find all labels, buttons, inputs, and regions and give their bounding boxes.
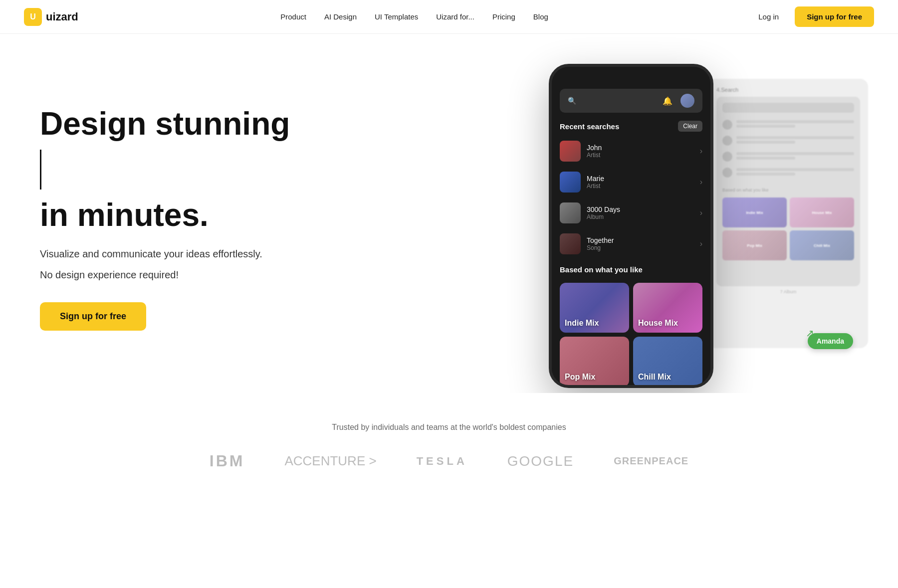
logos-row: IBM accenture > TESLA Google GREENPEACE — [40, 452, 858, 470]
trusted-text: Trusted by individuals and teams at the … — [40, 423, 858, 432]
music-grid: Indie Mix House Mix Pop Mix Chill Mix — [552, 283, 710, 387]
music-card-house[interactable]: House Mix — [633, 283, 702, 333]
bg-mini-card-indie-label: Indie Mix — [746, 210, 763, 215]
phone-mockup: 🔍 🔔 Recent searches Clear John Artist › — [549, 64, 713, 388]
logo-icon: U — [24, 8, 42, 26]
result-chevron-days: › — [700, 208, 702, 217]
bg-mini-card-indie: Indie Mix — [722, 197, 787, 227]
recent-header: Recent searches Clear — [552, 121, 710, 136]
bg-mini-avatar-1 — [722, 120, 732, 130]
bg-mini-line-4 — [736, 168, 854, 171]
bg-mini-search — [722, 103, 854, 113]
logo-text: uizard — [46, 10, 78, 23]
bg-mini-line-short-3 — [736, 157, 795, 160]
result-thumb-marie — [560, 172, 581, 193]
bg-mini-card-chill: Chill Mix — [790, 230, 854, 260]
bg-mini-card-pop-label: Pop Mix — [747, 243, 762, 248]
recent-searches-title: Recent searches — [560, 122, 619, 131]
nav-link-ui-templates[interactable]: UI Templates — [375, 12, 418, 21]
result-name-marie: Marie — [587, 175, 700, 183]
login-button[interactable]: Log in — [750, 8, 787, 25]
result-name-together: Together — [587, 236, 700, 244]
search-result-marie[interactable]: Marie Artist › — [552, 167, 710, 197]
result-text-together: Together Song — [587, 236, 700, 251]
phone-status-bar — [552, 77, 710, 85]
nav-actions: Log in Sign up for free — [750, 6, 874, 27]
bg-mini-line — [736, 120, 854, 123]
bg-mini-section-label: Based on what you like — [722, 188, 854, 193]
result-chevron-john: › — [700, 147, 702, 156]
bg-mini-line-short-4 — [736, 173, 795, 176]
based-section: Based on what you like — [552, 259, 710, 283]
trusted-section: Trusted by individuals and teams at the … — [0, 393, 898, 500]
logo-tesla: TESLA — [417, 455, 467, 468]
music-label-indie: Indie Mix — [565, 319, 599, 328]
result-name-days: 3000 Days — [587, 205, 700, 213]
bg-mini-card-pop: Pop Mix — [722, 230, 787, 260]
hero-title-line1: Design stunning — [40, 106, 290, 141]
bg-bottom-label: 7 Album — [716, 289, 860, 294]
nav-links: Product AI Design UI Templates Uizard fo… — [280, 12, 548, 21]
cursor-icon: ↗ — [806, 327, 814, 339]
result-type-john: Artist — [587, 152, 700, 159]
result-text-days: 3000 Days Album — [587, 205, 700, 220]
phone-bell-icon: 🔔 — [663, 96, 673, 106]
music-label-pop: Pop Mix — [565, 373, 595, 382]
bg-mini-grid: Indie Mix House Mix Pop Mix Chill Mix — [722, 197, 854, 260]
nav-link-uizard-for[interactable]: Uizard for... — [436, 12, 474, 21]
music-label-house: House Mix — [638, 319, 678, 328]
result-thumb-john — [560, 141, 581, 162]
cursor-tooltip: Amanda — [808, 333, 853, 349]
result-type-marie: Artist — [587, 183, 700, 190]
search-result-john[interactable]: John Artist › — [552, 136, 710, 167]
hero-divider — [40, 150, 41, 190]
logo-accenture: accenture > — [284, 453, 376, 469]
nav-link-ai-design[interactable]: AI Design — [324, 12, 357, 21]
result-type-days: Album — [587, 213, 700, 220]
logo-google: Google — [507, 453, 574, 469]
nav-link-blog[interactable]: Blog — [533, 12, 548, 21]
phone-search-icon: 🔍 — [568, 97, 576, 105]
logo-greenpeace: GREENPEACE — [614, 455, 688, 467]
signup-button-hero[interactable]: Sign up for free — [40, 302, 146, 331]
logo[interactable]: U uizard — [24, 8, 78, 26]
bg-mini-line-short-2 — [736, 141, 795, 144]
nav-link-product[interactable]: Product — [280, 12, 306, 21]
phone-search-bar[interactable]: 🔍 🔔 — [560, 89, 702, 113]
nav-link-pricing[interactable]: Pricing — [492, 12, 515, 21]
bg-mini-line-short — [736, 125, 795, 128]
bg-mini-line-3 — [736, 152, 854, 155]
bg-mini-card-house-label: House Mix — [812, 210, 832, 215]
hero-content: Design stunning in minutes. Visualize an… — [40, 106, 290, 331]
hero-description-2: No design experience required! — [40, 267, 290, 282]
hero-description-1: Visualize and communicate your ideas eff… — [40, 246, 290, 261]
bg-mini-card-house: House Mix — [790, 197, 854, 227]
result-name-john: John — [587, 144, 700, 152]
hero-visual: 4.Search — [509, 64, 858, 373]
based-title: Based on what you like — [560, 265, 702, 274]
result-chevron-together: › — [700, 239, 702, 248]
search-result-together[interactable]: Together Song › — [552, 228, 710, 259]
logo-ibm: IBM — [210, 452, 245, 470]
navbar: U uizard Product AI Design UI Templates … — [0, 0, 898, 34]
result-thumb-days — [560, 202, 581, 223]
result-type-together: Song — [587, 244, 700, 251]
clear-button[interactable]: Clear — [678, 121, 702, 132]
hero-title-line2: in minutes. — [40, 197, 290, 232]
bg-mini-avatar-4 — [722, 168, 732, 178]
search-result-days[interactable]: 3000 Days Album › — [552, 197, 710, 228]
result-chevron-marie: › — [700, 178, 702, 187]
bg-mini-avatar-3 — [722, 152, 732, 162]
result-thumb-together — [560, 233, 581, 254]
result-text-john: John Artist — [587, 144, 700, 159]
phone-screen: 🔍 🔔 Recent searches Clear John Artist › — [552, 67, 710, 385]
bg-mini-avatar-2 — [722, 136, 732, 146]
result-text-marie: Marie Artist — [587, 175, 700, 190]
music-card-pop[interactable]: Pop Mix — [560, 337, 629, 387]
music-label-chill: Chill Mix — [638, 373, 671, 382]
music-card-indie[interactable]: Indie Mix — [560, 283, 629, 333]
bg-mini-line-2 — [736, 136, 854, 139]
signup-button-nav[interactable]: Sign up for free — [795, 6, 874, 27]
hero-section: Design stunning in minutes. Visualize an… — [0, 34, 898, 393]
music-card-chill[interactable]: Chill Mix — [633, 337, 702, 387]
